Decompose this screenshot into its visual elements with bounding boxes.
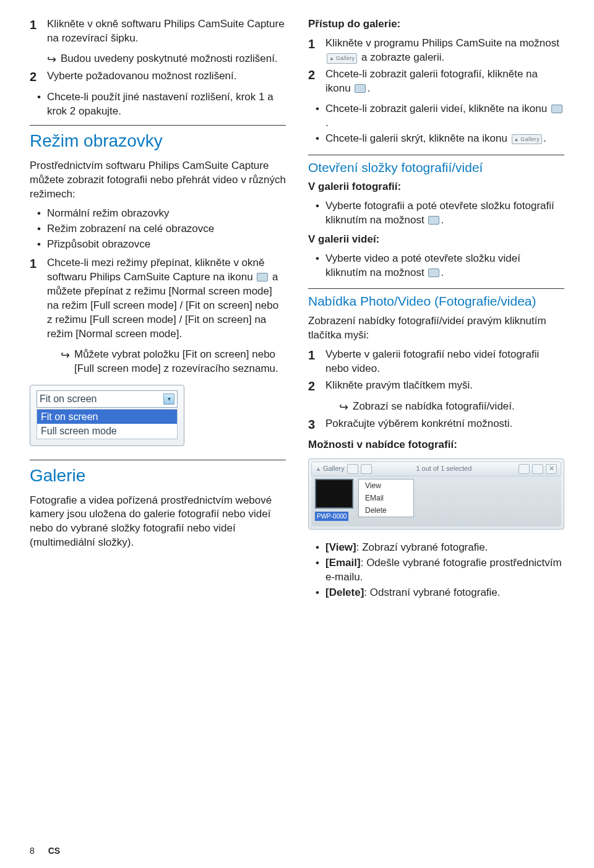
term: [View] [325, 541, 356, 553]
step-text: Klikněte v okně softwaru Philips CamSuit… [47, 17, 286, 46]
step-text: Pokračujte výběrem konkrétní možnosti. [325, 417, 564, 432]
step-text: Vyberte v galerii fotografií nebo videí … [325, 348, 564, 376]
toolbar-button[interactable] [361, 464, 372, 474]
thumbnail-wrap[interactable]: PWP-0000 [315, 479, 353, 523]
gallery-hide-icon: ▲ Gallery [512, 134, 542, 145]
group-title: V galerii fotografií: [308, 180, 564, 194]
step-text-before: Klikněte v programu Philips CamSuite na … [325, 37, 559, 49]
toolbar-button[interactable] [347, 464, 358, 474]
result-arrow: Můžete vybrat položku [Fit on screen] ne… [61, 348, 286, 376]
chevron-up-icon: ▲ [316, 465, 321, 473]
bullet-before: Vyberte fotografii a poté otevřete složk… [325, 200, 554, 226]
note-bullet: Chcete-li použít jiné nastavení rozlišen… [47, 90, 286, 119]
section-intro: Fotografie a videa pořízená prostřednict… [30, 494, 286, 551]
section-intro: Prostřednictvím softwaru Philips CamSuit… [30, 159, 286, 202]
step-number: 2 [308, 379, 325, 393]
result-text: Budou uvedeny poskytnuté možnosti rozliš… [61, 52, 278, 67]
step-text: Chcete-li zobrazit galerii fotografií, k… [325, 67, 564, 96]
section-heading: Režim obrazovky [30, 125, 286, 153]
step-text: Klikněte v programu Philips CamSuite na … [325, 37, 564, 65]
step-number: 2 [30, 69, 47, 84]
dropdown-option[interactable]: Fit on screen [37, 410, 177, 424]
step-text: Vyberte požadovanou možnost rozlišení. [47, 69, 286, 84]
chevron-down-icon: ▾ [163, 393, 174, 405]
dot: . [543, 132, 546, 144]
menu-item-email[interactable]: EMail [359, 492, 413, 504]
selection-status: 1 out of 1 selected [416, 464, 471, 473]
step-number: 1 [308, 37, 325, 65]
dropdown-screenshot: Fit on screen ▾ Fit on screen Full scree… [30, 385, 286, 446]
desc: : Odešle vybrané fotografie prostřednict… [325, 557, 562, 583]
group-title: Možnosti v nabídce fotografií: [308, 438, 564, 452]
dropdown-combo[interactable]: Fit on screen ▾ [37, 390, 178, 408]
step-number: 3 [308, 417, 325, 432]
toolbar-button[interactable] [532, 464, 543, 474]
folder-photo-icon [428, 216, 439, 225]
desc: : Odstraní vybrané fotografie. [364, 587, 500, 598]
step-text: Klikněte pravým tlačítkem myši. [325, 379, 564, 393]
dot: . [325, 117, 329, 129]
note-bullet: Vyberte video a poté otevřete složku vid… [325, 252, 564, 280]
section-intro: Zobrazení nabídky fotografií/videí pravý… [308, 314, 564, 343]
language-code: CS [48, 846, 60, 856]
gallery-toolbar: ▲ Gallery 1 out of 1 selected ✕ [311, 462, 561, 476]
dropdown-selected: Fit on screen [40, 392, 97, 406]
step-number: 1 [30, 17, 47, 46]
subsection-title: Přístup do galerie: [308, 17, 564, 32]
result-text: Můžete vybrat položku [Fit on screen] ne… [74, 348, 286, 376]
result-text: Zobrazí se nabídka fotografií/videí. [353, 400, 515, 415]
context-menu[interactable]: View EMail Delete [358, 479, 414, 518]
definition-bullet: [Email]: Odešle vybrané fotografie prost… [325, 556, 564, 585]
page-footer: 8 CS [30, 845, 60, 857]
term: [Delete] [325, 587, 364, 598]
close-icon[interactable]: ✕ [546, 464, 557, 474]
result-arrow: Budou uvedeny poskytnuté možnosti rozliš… [47, 52, 286, 67]
bullet-before: Vyberte video a poté otevřete složku vid… [325, 252, 520, 278]
toolbar-button[interactable] [519, 464, 530, 474]
gallery-button-icon: ▲ Gallery [327, 53, 357, 64]
term: [Email] [325, 557, 361, 569]
folder-video-icon [428, 269, 439, 277]
video-icon [551, 105, 562, 113]
subsection-heading: Nabídka Photo/Video (Fotografie/videa) [308, 288, 564, 310]
mode-bullet: Přizpůsobit obrazovce [47, 238, 286, 252]
dropdown-list[interactable]: Fit on screen Full screen mode [37, 409, 178, 439]
dropdown-option[interactable]: Full screen mode [37, 424, 177, 439]
step-number: 1 [30, 256, 47, 342]
mode-bullet: Normální režim obrazovky [47, 207, 286, 221]
section-heading: Galerie [30, 460, 286, 488]
dot: . [441, 267, 444, 278]
gallery-toolbar-screenshot: ▲ Gallery 1 out of 1 selected ✕ PWP-0000… [308, 458, 564, 530]
photo-icon [355, 84, 366, 93]
bullet-before: Chcete-li zobrazit galerii videí, klikně… [325, 103, 550, 114]
gallery-label: Gallery [323, 464, 345, 473]
dot: . [367, 82, 370, 94]
result-arrow: Zobrazí se nabídka fotografií/videí. [339, 400, 564, 415]
page-number: 8 [30, 846, 35, 856]
subsection-heading: Otevření složky fotografií/videí [308, 155, 564, 176]
note-bullet: Vyberte fotografii a poté otevřete složk… [325, 199, 564, 228]
definition-bullet: [View]: Zobrazí vybrané fotografie. [325, 541, 564, 555]
thumbnail-label: PWP-0000 [315, 512, 348, 522]
step-number: 1 [308, 348, 325, 376]
thumbnail [315, 479, 353, 509]
bullet-before: Chcete-li galerii skrýt, klikněte na iko… [325, 132, 510, 144]
step-number: 2 [308, 67, 325, 96]
menu-item-delete[interactable]: Delete [359, 504, 413, 517]
step-text-before: Chcete-li mezi režimy přepínat, klikněte… [47, 257, 264, 283]
mode-bullet: Režim zobrazení na celé obrazovce [47, 222, 286, 236]
dot: . [441, 214, 444, 226]
note-bullet: Chcete-li galerii skrýt, klikněte na iko… [325, 132, 564, 146]
step-text: Chcete-li mezi režimy přepínat, klikněte… [47, 256, 286, 342]
group-title: V galerii videí: [308, 233, 564, 247]
desc: : Zobrazí vybrané fotografie. [356, 541, 488, 553]
step-text-after: a zobrazte galerii. [361, 51, 444, 63]
note-bullet: Chcete-li zobrazit galerii videí, klikně… [325, 102, 564, 131]
menu-item-view[interactable]: View [359, 479, 413, 492]
definition-bullet: [Delete]: Odstraní vybrané fotografie. [325, 586, 564, 600]
screenmode-icon [257, 273, 268, 281]
